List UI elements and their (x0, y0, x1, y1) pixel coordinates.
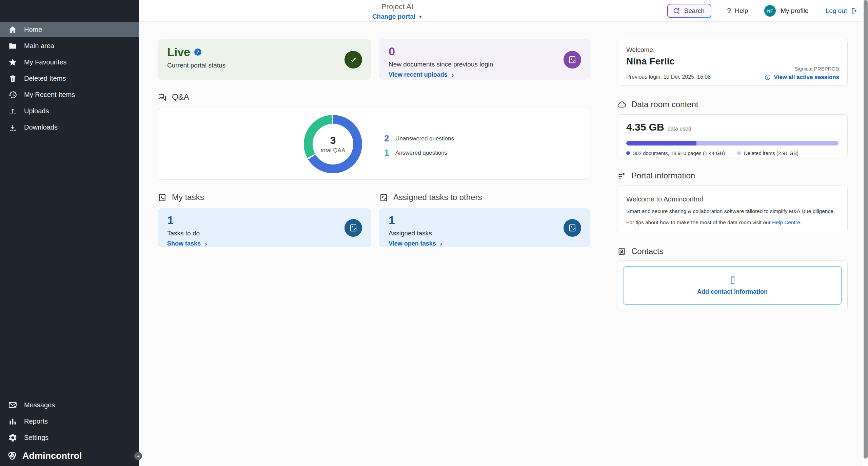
sidebar-item-downloads[interactable]: Downloads (0, 120, 139, 135)
contacts-card: Add contact information (617, 260, 848, 310)
help-button[interactable]: ? Help (727, 6, 748, 15)
chat-icon (158, 93, 167, 102)
admincontrol-dashboard: Home Main area My Favourites Deleted Ite… (0, 0, 868, 466)
portalinfo-line1: Smart and secure sharing & collaboration… (626, 208, 839, 214)
portalinfo-line2-suffix: . (800, 219, 802, 225)
assigned-tasks-label: Assigned tasks (389, 230, 580, 237)
upload-icon (8, 106, 17, 116)
question-mark-icon: ? (727, 6, 731, 15)
qa-total-label: total Q&A (321, 147, 346, 154)
show-tasks-link[interactable]: Show tasks › (167, 240, 361, 247)
sidebar-bottom: Messages Reports Settings Admincontrol (0, 397, 139, 466)
search-label: Search (684, 7, 705, 15)
contacts-section-header: Contacts (617, 247, 664, 256)
brand: Admincontrol (0, 446, 139, 466)
portalinfo-line2-prefix: For tips about how to make the most of t… (626, 219, 772, 225)
qa-title: Q&A (172, 92, 189, 102)
history-icon (8, 90, 17, 99)
info-lines-icon (617, 171, 626, 180)
sidebar-item-label: Reports (24, 418, 48, 425)
portalinfo-card: Welcome to Admincontrol Smart and secure… (617, 186, 848, 232)
view-recent-uploads-link[interactable]: View recent uploads › (389, 71, 580, 78)
sidebar-item-label: My Favourites (24, 58, 67, 66)
chevron-right-icon: › (452, 71, 454, 78)
greeting: Welcome, (626, 46, 839, 54)
data-used-label: data used (668, 126, 691, 132)
folder-icon (8, 41, 17, 51)
portal-status-label: Current portal status (167, 62, 361, 69)
my-tasks-card: 1 Tasks to do Show tasks › (158, 208, 371, 247)
sidebar-item-favourites[interactable]: My Favourites (0, 55, 139, 70)
sidebar-item-label: Messages (24, 401, 55, 409)
sidebar-item-uploads[interactable]: Uploads (0, 103, 139, 118)
search-sparkle-icon (673, 7, 681, 15)
new-documents-card: 0 New documents since previous login Vie… (379, 39, 590, 80)
qa-card: 3 total Q&A 2 Unanswered questions 1 Ans… (158, 108, 590, 180)
welcome-card: Welcome, Nina Ferlic Previous login: 10 … (617, 39, 848, 86)
view-open-tasks-label: View open tasks (389, 240, 436, 247)
dataroom-card: 4.35 GB data used 302 documents, 18,910 … (617, 114, 848, 157)
star-icon (8, 58, 17, 67)
assigned-tasks-badge (564, 219, 581, 237)
storage-bar-used (626, 141, 696, 145)
sidebar-collapse-button[interactable]: ◀ (134, 452, 142, 460)
sidebar-item-messages[interactable]: Messages (0, 397, 139, 412)
assigned-tasks-title: Assigned tasks to others (393, 193, 482, 202)
deleted-dot-icon (737, 151, 741, 155)
sidebar: Home Main area My Favourites Deleted Ite… (0, 0, 139, 466)
portalinfo-heading: Welcome to Admincontrol (626, 195, 839, 203)
my-tasks-label: Tasks to do (167, 230, 361, 237)
add-contact-button[interactable]: Add contact information (623, 266, 842, 305)
status-check-badge (344, 51, 362, 69)
storage-legend: 302 documents, 18,910 pages (1.44 GB) De… (626, 150, 839, 156)
my-tasks-badge (344, 219, 362, 237)
tasks-icon (379, 193, 388, 202)
sidebar-item-reports[interactable]: Reports (0, 414, 139, 429)
documents-dot-icon (626, 151, 630, 155)
check-icon (349, 55, 358, 64)
main-area: Project AI Change portal ▼ Search ? Help… (139, 0, 868, 466)
documents-legend-label: 302 documents, 18,910 pages (1.44 GB) (633, 150, 725, 156)
environment-label: Signicat PREPROD (794, 66, 839, 72)
portal-status-value: Live (167, 45, 190, 59)
messages-icon (8, 401, 17, 410)
data-used-size: 4.35 GB (626, 121, 664, 133)
assigned-tasks-section-header: Assigned tasks to others (379, 193, 482, 202)
view-recent-uploads-label: View recent uploads (389, 71, 448, 78)
contact-badge-icon (617, 247, 626, 256)
sidebar-item-main-area[interactable]: Main area (0, 38, 139, 53)
info-icon (764, 74, 771, 81)
view-open-tasks-link[interactable]: View open tasks › (389, 240, 580, 247)
documents-badge (564, 51, 581, 69)
user-name: Nina Ferlic (626, 56, 839, 67)
sidebar-item-settings[interactable]: Settings (0, 430, 139, 445)
search-button[interactable]: Search (667, 4, 711, 18)
assigned-tasks-count: 1 (389, 214, 580, 227)
help-centre-link[interactable]: Help Centre (772, 219, 800, 225)
sidebar-item-home[interactable]: Home (0, 22, 139, 37)
previous-login: Previous login: 10 Dec 2025, 16:08 (626, 74, 711, 81)
sidebar-item-label: Downloads (24, 123, 58, 131)
avatar: NF (764, 5, 776, 17)
change-portal-button[interactable]: Change portal ▼ (372, 13, 423, 20)
scrollbar-thumb[interactable] (864, 0, 868, 459)
sidebar-item-recent[interactable]: My Recent Items (0, 87, 139, 102)
brand-label: Admincontrol (22, 451, 82, 461)
unanswered-label: Unanswered questions (395, 135, 454, 142)
download-icon (8, 123, 17, 132)
sidebar-item-label: My Recent Items (24, 91, 75, 99)
chevron-down-icon: ▼ (418, 14, 422, 19)
bar-chart-icon (8, 417, 17, 426)
logout-button[interactable]: Log out (826, 7, 858, 15)
my-profile-button[interactable]: NF My profile (764, 5, 808, 17)
dataroom-section-header: Data room content (617, 100, 698, 109)
chevron-right-icon: › (440, 240, 442, 247)
view-sessions-link[interactable]: View all active sessions (764, 74, 839, 81)
sidebar-item-label: Main area (24, 42, 54, 50)
answered-count: 1 (384, 148, 391, 158)
status-help-icon[interactable]: ? (194, 48, 201, 56)
topbar-actions: Search ? Help NF My profile Log out (667, 0, 858, 22)
chevron-right-icon: › (205, 240, 207, 247)
new-documents-label: New documents since previous login (389, 61, 580, 68)
sidebar-item-deleted[interactable]: Deleted Items (0, 71, 139, 86)
